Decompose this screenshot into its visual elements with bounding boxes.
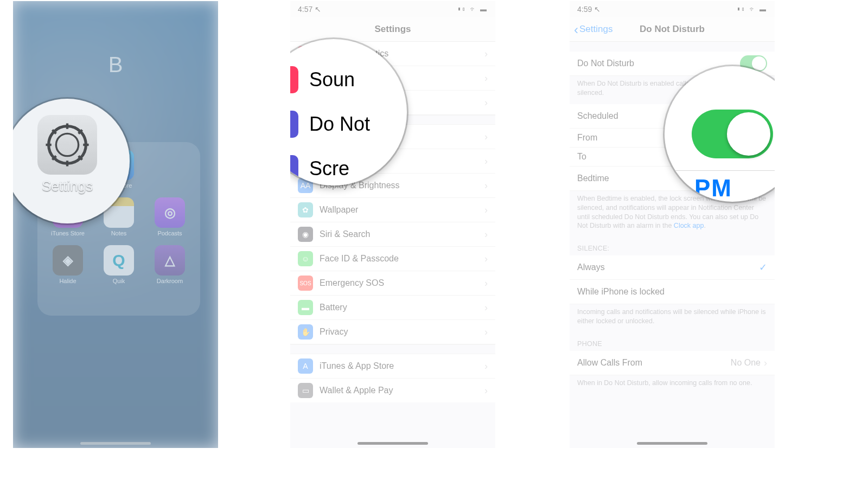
- privacy-icon: ✋: [298, 324, 313, 340]
- cell-label: While iPhone is locked: [577, 287, 665, 297]
- chevron-right-icon: ›: [484, 48, 488, 60]
- chevron-right-icon: ›: [484, 385, 488, 396]
- chevron-right-icon: ›: [484, 180, 488, 191]
- chevron-right-icon: ›: [484, 156, 488, 167]
- row-privacy[interactable]: ✋Privacy›: [290, 320, 495, 344]
- back-label: Settings: [579, 24, 612, 35]
- row-wallpaper[interactable]: ✿Wallpaper›: [290, 198, 495, 222]
- phone-header: PHONE: [570, 332, 775, 351]
- cell-always[interactable]: Always ✓: [570, 255, 775, 280]
- cell-label: Scheduled: [577, 111, 618, 121]
- status-glyphs: ▮▯ ᯤ ▬: [458, 5, 488, 13]
- row-label: Face ID & Passcode: [320, 254, 399, 264]
- chevron-right-icon: ›: [484, 229, 488, 240]
- zoom-row-label: Soun: [309, 68, 355, 91]
- back-button[interactable]: ‹ Settings: [574, 24, 612, 35]
- phone-home-screen: B Safari App Store . iTunes Store: [13, 1, 218, 448]
- zoom-row-label: Scre: [309, 157, 349, 180]
- dnd-icon: ☾: [290, 111, 298, 138]
- section-gap: [290, 344, 495, 354]
- row-label: iTunes & App Store: [320, 361, 394, 371]
- sos-icon: SOS: [298, 276, 313, 291]
- cell-allow-calls[interactable]: Allow Calls From No One ›: [570, 351, 775, 375]
- faceid-icon: ☺: [298, 251, 313, 266]
- row-label: Privacy: [320, 327, 348, 337]
- section-gap: [570, 42, 775, 52]
- chevron-right-icon: ›: [484, 131, 488, 143]
- silence-note: Incoming calls and notifications will be…: [570, 304, 775, 332]
- settings-app-icon[interactable]: [37, 115, 97, 175]
- zoom-row-label: Do Not: [309, 113, 370, 136]
- clock-app-link[interactable]: Clock app: [674, 222, 704, 229]
- home-indicator[interactable]: [637, 442, 707, 445]
- cell-label: Allow Calls From: [577, 358, 642, 368]
- nav-bar: ‹ Settings Do Not Disturb: [570, 17, 775, 42]
- row-wallet[interactable]: ▭Wallet & Apple Pay›: [290, 379, 495, 402]
- row-label: Emergency SOS: [320, 278, 384, 288]
- status-bar: 4:59 ↖ ▮▯ ᯤ ▬: [570, 1, 775, 17]
- silence-header: SILENCE:: [570, 237, 775, 255]
- siri-icon: ◉: [298, 227, 313, 242]
- chevron-right-icon: ›: [484, 97, 488, 108]
- svg-point-1: [56, 133, 78, 156]
- row-battery[interactable]: ▬Battery›: [290, 296, 495, 320]
- cell-label: Always: [577, 262, 605, 272]
- cell-label: Bedtime: [577, 174, 609, 183]
- row-label: Wallpaper: [320, 205, 358, 215]
- phone-settings-list: 4:57 ↖ ▮▯ ᯤ ▬ Settings 🔊Sounds & Haptics…: [290, 1, 495, 448]
- battery-icon: ▬: [298, 300, 313, 315]
- chevron-right-icon: ›: [484, 302, 488, 313]
- scheduled-toggle-zoomed[interactable]: [692, 110, 773, 158]
- wallpaper-icon: ✿: [298, 202, 313, 217]
- chevron-right-icon: ›: [484, 361, 488, 372]
- home-indicator[interactable]: [358, 442, 428, 445]
- home-indicator[interactable]: [80, 442, 151, 445]
- phone-dnd-settings: 4:59 ↖ ▮▯ ᯤ ▬ ‹ Settings Do Not Disturb …: [570, 1, 775, 448]
- row-faceid[interactable]: ☺Face ID & Passcode›: [290, 247, 495, 271]
- divider: [665, 170, 775, 171]
- wallet-icon: ▭: [298, 383, 313, 398]
- checkmark-icon: ✓: [759, 261, 767, 273]
- status-glyphs: ▮▯ ᯤ ▬: [737, 5, 767, 13]
- cell-label: To: [577, 152, 586, 162]
- chevron-right-icon: ›: [764, 357, 767, 369]
- dim-overlay: [13, 1, 218, 448]
- nav-title: Settings: [290, 17, 495, 42]
- status-time: 4:59: [577, 5, 592, 14]
- itunes-appstore-icon: A: [298, 358, 313, 374]
- row-sos[interactable]: SOSEmergency SOS›: [290, 271, 495, 296]
- cell-value: No One: [731, 358, 761, 368]
- chevron-right-icon: ›: [484, 204, 488, 216]
- nav-title: Do Not Disturb: [640, 24, 705, 35]
- cell-label: Do Not Disturb: [577, 59, 634, 68]
- allow-calls-note: When in Do Not Disturb, allow incoming c…: [570, 375, 775, 394]
- sounds-icon: )): [290, 66, 298, 93]
- chevron-right-icon: ›: [484, 253, 488, 265]
- row-siri[interactable]: ◉Siri & Search›: [290, 222, 495, 247]
- row-itunes-appstore[interactable]: AiTunes & App Store›: [290, 354, 495, 379]
- chevron-right-icon: ›: [484, 73, 488, 84]
- note-text: .: [704, 222, 705, 229]
- chevron-right-icon: ›: [484, 326, 488, 338]
- settings-app-label: Settings: [13, 178, 130, 195]
- status-bar: 4:57 ↖ ▮▯ ᯤ ▬: [290, 1, 495, 17]
- cell-while-locked[interactable]: While iPhone is locked: [570, 280, 775, 304]
- location-icon: ↖: [594, 5, 601, 14]
- gear-icon: [44, 121, 91, 168]
- chevron-right-icon: ›: [484, 278, 488, 289]
- status-time: 4:57: [298, 5, 312, 14]
- cell-label: From: [577, 133, 597, 143]
- row-label: Battery: [320, 303, 347, 312]
- location-icon: ↖: [315, 5, 321, 14]
- zoom-row-dnd[interactable]: ☾ Do Not: [290, 102, 407, 146]
- chevron-left-icon: ‹: [574, 25, 578, 34]
- row-label: Siri & Search: [320, 229, 370, 239]
- row-label: Wallet & Apple Pay: [320, 386, 393, 395]
